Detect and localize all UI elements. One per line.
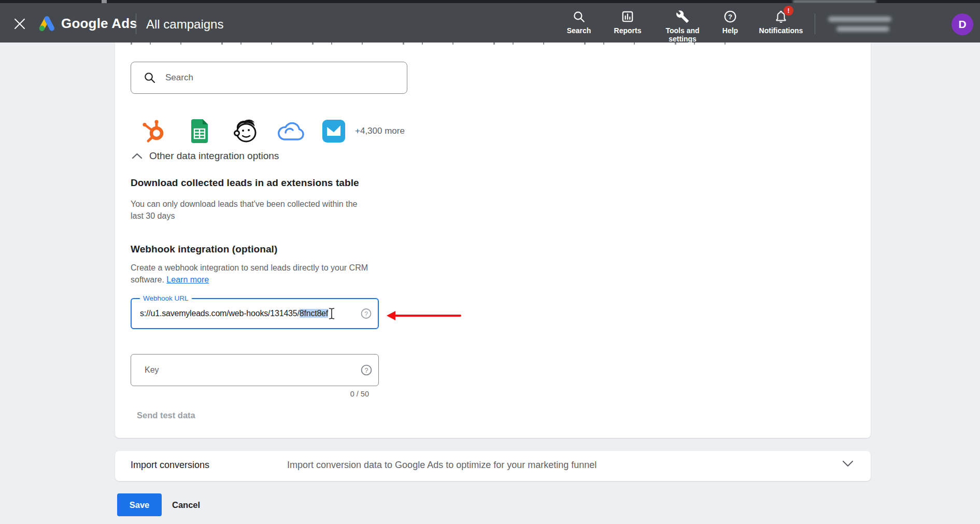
account-line-1 [828,17,891,22]
save-button[interactable]: Save [117,493,162,516]
email-icon[interactable] [322,119,346,143]
google-sheets-icon[interactable] [190,119,209,144]
notification-badge: ! [784,6,793,16]
nav-tools-settings[interactable]: Tools and settings [660,9,705,43]
close-icon [14,18,25,30]
webhook-body-line2: software. Learn more [131,274,368,286]
send-test-data-button[interactable]: Send test data [137,410,195,420]
product-name-text: Google Ads [61,16,137,31]
arrow-shaft [393,315,461,317]
page-title: All campaigns [146,17,223,32]
chevron-down-icon [842,460,854,468]
cloud-icon[interactable] [277,122,306,142]
svg-text:?: ? [365,367,368,374]
hubspot-icon[interactable] [141,118,166,143]
import-conversions-row[interactable]: Import conversions Import conversion dat… [115,451,871,481]
download-body-line1: You can only download leads that've been… [131,198,357,210]
reports-icon [621,9,634,24]
topbar: Google Ads All campaigns Search Reports [0,3,980,43]
help-icon: ? [723,9,737,24]
webhook-section-body: Create a webhook integration to send lea… [131,262,368,286]
nav-help[interactable]: ? Help [719,9,742,35]
mailchimp-icon[interactable] [232,118,258,144]
nav-help-label: Help [722,26,738,35]
help-icon[interactable]: ? [361,364,372,376]
product-name: Google Ads [61,16,137,32]
nav-search-label: Search [567,26,591,35]
clipped-text-line [131,43,727,45]
key-input[interactable] [145,365,356,375]
search-icon [144,72,156,84]
webhook-url-selected-text: 8fnct8ef [300,309,328,318]
topbar-divider-2 [815,13,815,34]
webhook-key-field[interactable]: ? [131,354,379,386]
nav-search[interactable]: Search [562,9,595,35]
nav-reports-label: Reports [614,26,642,35]
chevron-up-icon [132,152,143,160]
webhook-url-label: Webhook URL [140,294,192,302]
import-conversions-subtitle: Import conversion data to Google Ads to … [287,460,596,471]
cancel-button[interactable]: Cancel [172,493,200,516]
learn-more-link[interactable]: Learn more [166,275,209,284]
account-line-2 [836,26,889,32]
more-integrations-label[interactable]: +4,300 more [355,126,405,136]
text-cursor [329,307,335,320]
download-body-line2: last 30 days [131,210,357,222]
account-info-blurred [827,17,891,34]
avatar[interactable]: D [951,13,973,35]
webhook-url-value: s://u1.savemyleads.com/web-hooks/131435/… [140,309,328,318]
webhook-body-line2-text: software. [131,275,166,284]
integration-search-box[interactable]: Search [131,62,407,94]
arrow-head [387,311,395,320]
nav-notifications[interactable]: ! Notifications [755,9,807,35]
lead-data-panel: Search [115,43,871,438]
wrench-icon [676,9,689,24]
svg-text:?: ? [728,13,732,21]
other-options-toggle[interactable]: Other data integration options [132,150,279,162]
close-button[interactable] [8,12,31,35]
nav-reports[interactable]: Reports [609,9,646,35]
key-char-counter: 0 / 50 [131,390,369,398]
nav-tools-label: Tools and settings [660,26,705,43]
google-ads-logo-icon [37,15,56,32]
screen: Google Ads All campaigns Search Reports [0,0,980,524]
annotation-arrow [387,311,461,320]
search-placeholder: Search [165,73,193,83]
topbar-divider [136,13,136,34]
other-options-label: Other data integration options [149,150,279,162]
nav-notifications-label: Notifications [759,26,803,35]
webhook-section-title: Webhook integration (optional) [131,244,277,255]
bell-icon: ! [774,9,788,24]
webhook-url-prefix: s://u1.savemyleads.com/web-hooks/131435/ [140,309,300,318]
import-conversions-title: Import conversions [131,460,209,471]
help-icon[interactable]: ? [361,308,372,319]
webhook-body-line1: Create a webhook integration to send lea… [131,262,368,274]
download-section-body: You can only download leads that've been… [131,198,357,222]
webhook-url-field[interactable]: Webhook URL s://u1.savemyleads.com/web-h… [131,298,379,329]
integration-icons-row: +4,300 more [115,118,871,145]
svg-text:?: ? [364,310,368,318]
search-icon [572,9,586,24]
download-section-title: Download collected leads in ad extension… [131,177,359,189]
topbar-nav: Search Reports Tools and settings ? Help [562,9,807,43]
